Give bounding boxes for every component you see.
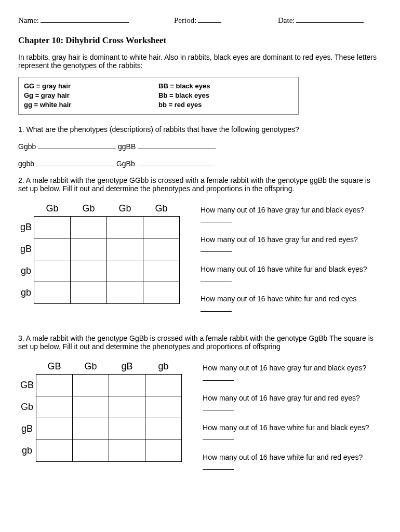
question-2: 2. A male rabbit with the genotype GGbb … [18, 176, 382, 193]
punnett-side: gb [18, 260, 34, 282]
punnett-cell[interactable] [143, 216, 180, 238]
name-label: Name: [18, 16, 39, 25]
punnett-cell[interactable] [109, 418, 145, 440]
sub-question: How many out of 16 have white fur and bl… [203, 423, 369, 432]
punnett-cell[interactable] [145, 375, 182, 396]
sub-question: How many out of 16 have gray fur and red… [201, 235, 358, 244]
q1-answer-input[interactable] [138, 142, 216, 149]
period-input[interactable] [198, 16, 221, 23]
sub-question: How many out of 16 have white fur and re… [201, 295, 356, 303]
punnett-cell[interactable] [36, 396, 73, 418]
punnett-cell[interactable] [107, 260, 143, 282]
key-item: bb = red eyes [158, 100, 293, 110]
punnett-side: gb [18, 440, 36, 462]
punnett-cell[interactable] [107, 282, 143, 303]
punnett-square-2: Gb Gb Gb Gb gB gB gb gb [18, 201, 180, 304]
punnett-cell[interactable] [71, 282, 107, 303]
punnett-cell[interactable] [109, 375, 145, 396]
punnett-header: Gb [71, 201, 107, 217]
answer-input[interactable] [203, 374, 234, 381]
punnett-side: GB [18, 375, 36, 396]
q1-genotype: Ggbb [18, 142, 36, 151]
punnett-cell[interactable] [34, 282, 71, 303]
key-item: Gg = gray hair [24, 91, 158, 100]
punnett-cell[interactable] [107, 216, 143, 238]
punnett-cell[interactable] [143, 238, 180, 260]
punnett-cell[interactable] [34, 216, 71, 238]
q1-genotype: ggBB [118, 142, 136, 151]
q1-answer-input[interactable] [36, 159, 114, 166]
sub-question: How many out of 16 have white fur and re… [203, 453, 363, 461]
punnett-cell[interactable] [71, 260, 107, 282]
punnett-cell[interactable] [73, 375, 109, 396]
answer-input[interactable] [201, 304, 232, 312]
punnett-header: gB [109, 359, 145, 375]
punnett-header: Gb [73, 359, 109, 375]
punnett-side: gB [18, 216, 34, 238]
punnett-side: gB [18, 418, 36, 440]
intro-text: In rabbits, gray hair is dominant to whi… [18, 53, 382, 70]
punnett-cell[interactable] [143, 282, 180, 303]
punnett-header: Gb [107, 201, 143, 217]
punnett-cell[interactable] [71, 216, 107, 238]
punnett-cell[interactable] [34, 260, 71, 282]
punnett-cell[interactable] [109, 440, 145, 462]
answer-input[interactable] [203, 403, 234, 410]
punnett-cell[interactable] [36, 440, 73, 462]
sub-question: How many out of 16 have gray fur and red… [203, 394, 360, 402]
period-label: Period: [174, 16, 196, 25]
answer-input[interactable] [203, 462, 234, 470]
punnett-cell[interactable] [73, 396, 109, 418]
key-item: GG = gray hair [24, 82, 158, 91]
question-1: 1. What are the phenotypes (descriptions… [18, 125, 382, 134]
answer-input[interactable] [201, 275, 232, 282]
sub-question: How many out of 16 have gray fur and bla… [203, 364, 366, 372]
header-fields: Name: Period: Date: [18, 16, 382, 25]
genotype-key-box: GG = gray hair Gg = gray hair gg = white… [18, 77, 299, 115]
punnett-cell[interactable] [107, 238, 143, 260]
punnett-cell[interactable] [145, 396, 182, 418]
punnett-cell[interactable] [34, 238, 71, 260]
punnett-header: gb [145, 359, 182, 375]
punnett-cell[interactable] [145, 440, 182, 462]
q1-genotype: ggbb [18, 159, 34, 168]
name-input[interactable] [41, 16, 129, 23]
q1-answer-input[interactable] [137, 159, 215, 166]
answer-input[interactable] [201, 215, 232, 222]
punnett-cell[interactable] [36, 418, 73, 440]
page-title: Chapter 10: Dihybrid Cross Worksheet [18, 35, 382, 46]
sub-question: How many out of 16 have gray fur and bla… [201, 206, 364, 214]
punnett-cell[interactable] [71, 238, 107, 260]
answer-input[interactable] [203, 433, 234, 440]
punnett-cell[interactable] [73, 418, 109, 440]
q1-answer-input[interactable] [38, 142, 116, 149]
key-item: BB = black eyes [158, 82, 293, 91]
punnett-cell[interactable] [145, 418, 182, 440]
key-item: Bb = black eyes [158, 91, 293, 100]
punnett-side: gb [18, 282, 34, 303]
date-input[interactable] [296, 16, 364, 23]
punnett-side: gB [18, 238, 34, 260]
punnett-header: Gb [34, 201, 71, 217]
punnett-cell[interactable] [73, 440, 109, 462]
sub-question: How many out of 16 have white fur and bl… [201, 265, 367, 273]
punnett-header: Gb [143, 201, 180, 217]
punnett-cell[interactable] [36, 375, 73, 396]
punnett-cell[interactable] [143, 260, 180, 282]
q1-genotype: GgBb [116, 159, 135, 168]
punnett-square-3: GB Gb gB gb GB Gb gB gb [18, 359, 182, 462]
punnett-header: GB [36, 359, 73, 375]
date-label: Date: [278, 16, 295, 25]
key-item: gg = white hair [24, 100, 158, 110]
question-3: 3. A male rabbit with the genotype GgBb … [18, 334, 382, 351]
punnett-side: Gb [18, 396, 36, 418]
punnett-cell[interactable] [109, 396, 145, 418]
answer-input[interactable] [201, 245, 232, 252]
